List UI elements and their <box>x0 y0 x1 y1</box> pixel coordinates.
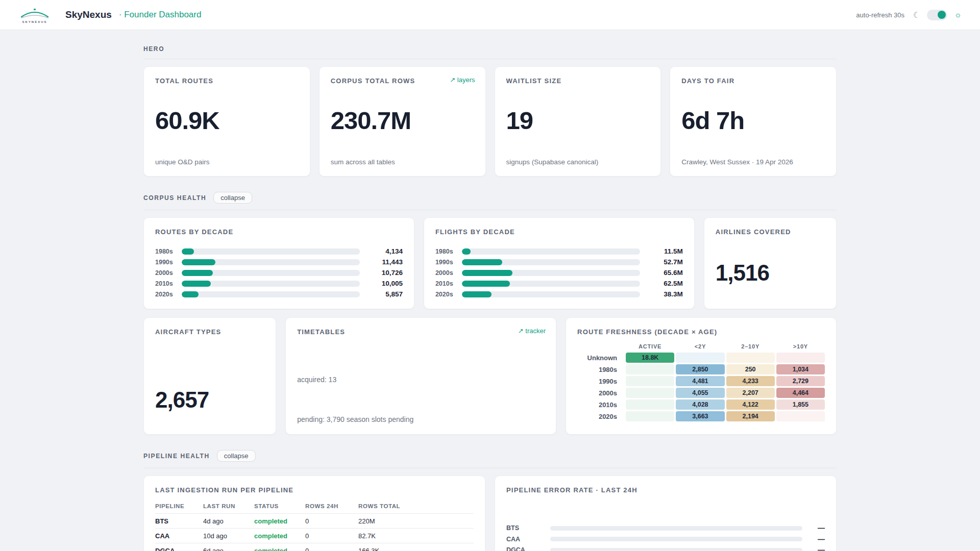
status-cell: completed <box>254 532 305 540</box>
routes-by-decade-bars: 1980s4,1341990s11,4432000s10,7262010s10,… <box>155 248 403 302</box>
heatmap-cell: 2,207 <box>726 388 775 398</box>
total-routes-value: 60.9K <box>155 106 299 135</box>
table-row: BTS4d agocompleted0220M <box>155 513 474 528</box>
bar-value-label: 11.5M <box>640 247 683 255</box>
aircraft-types-card: AIRCRAFT TYPES 2,657 <box>143 317 276 435</box>
card-title: DAYS TO FAIR <box>681 77 825 85</box>
table-column-header: ROWS 24H <box>305 503 358 509</box>
corpus-collapse-button[interactable]: collapse <box>213 192 252 204</box>
table-header-row: PIPELINELAST RUNSTATUSROWS 24HROWS TOTAL <box>155 500 474 513</box>
table-title: LAST INGESTION RUN PER PIPELINE <box>155 486 474 494</box>
bar-category-label: 1980s <box>155 248 182 255</box>
bar-fill <box>462 281 510 287</box>
error-rate-pipeline-label: BTS <box>506 524 550 532</box>
heatmap-cell: 18.8K <box>626 353 674 363</box>
pipeline-name-cell: CAA <box>155 532 203 540</box>
bar-track <box>182 259 360 265</box>
status-cell: completed <box>254 547 305 551</box>
pipeline-error-rate-card: PIPELINE ERROR RATE · LAST 24H BTS—CAA—D… <box>495 475 837 551</box>
heatmap-cell: 4,233 <box>726 376 775 386</box>
brand-name: SkyNexus <box>65 9 112 20</box>
bar-value-label: 62.5M <box>640 280 683 287</box>
bar-value-label: 11,443 <box>360 258 403 266</box>
logo-wordmark: SKYNEXUS <box>22 20 47 23</box>
status-cell: completed <box>254 517 305 525</box>
rows-total-cell: 220M <box>358 517 474 525</box>
table-row: CAA10d agocompleted082.7K <box>155 528 474 543</box>
table-row: DGCA6d agocompleted0166.3K <box>155 543 474 551</box>
chart-title: ROUTES BY DECADE <box>155 228 403 236</box>
bar-row: 1990s52.7M <box>435 259 683 265</box>
heatmap-cell <box>626 388 674 398</box>
layers-link[interactable]: ↗ layers <box>450 76 475 84</box>
pipeline-collapse-button[interactable]: collapse <box>217 450 256 462</box>
error-rate-row: CAA— <box>506 537 825 542</box>
bar-track <box>462 270 640 276</box>
tracker-link[interactable]: ↗ tracker <box>518 327 546 335</box>
airlines-covered-card: AIRLINES COVERED 1,516 <box>704 217 837 309</box>
theme-toggle[interactable] <box>927 10 947 20</box>
heatmap-cell <box>626 411 674 421</box>
bar-value-label: 10,726 <box>360 269 403 277</box>
routes-by-decade-card: ROUTES BY DECADE 1980s4,1341990s11,44320… <box>143 217 414 309</box>
theme-toggle-knob <box>938 11 946 19</box>
heatmap-cell: 1,855 <box>776 399 825 410</box>
corpus-total-rows-card: CORPUS TOTAL ROWS ↗ layers 230.7M sum ac… <box>319 66 486 177</box>
heatmap-cell <box>776 411 825 421</box>
bar-category-label: 2010s <box>155 280 182 287</box>
heatmap-header-row: ACTIVE<2Y2–10Y>10Y <box>577 342 825 351</box>
heatmap-cell: 4,464 <box>776 388 825 398</box>
bar-track <box>462 248 640 255</box>
heatmap-row-label: 1980s <box>577 366 624 373</box>
route-freshness-heatmap: ACTIVE<2Y2–10Y>10YUnknown18.8K1980s2,850… <box>577 342 825 423</box>
bar-row: 1980s11.5M <box>435 248 683 255</box>
waitlist-size-value: 19 <box>506 106 650 135</box>
heatmap-cell <box>726 353 775 363</box>
heatmap-cell: 4,028 <box>676 399 724 410</box>
heatmap-row-label: 1990s <box>577 378 624 385</box>
bar-category-label: 2010s <box>435 280 462 287</box>
bar-row: 2010s62.5M <box>435 280 683 287</box>
table-column-header: LAST RUN <box>203 503 254 509</box>
card-title: TOTAL ROUTES <box>155 77 299 85</box>
bar-track <box>462 259 640 265</box>
bar-fill <box>462 270 512 276</box>
bar-value-label: 10,005 <box>360 280 403 287</box>
rows-24h-cell: 0 <box>305 532 358 540</box>
error-rate-value: — <box>802 524 825 532</box>
heatmap-column-header: ACTIVE <box>626 342 674 351</box>
card-subtitle: signups (Supabase canonical) <box>506 158 650 166</box>
heatmap-column-header: <2Y <box>676 342 724 351</box>
heatmap-cell: 4,122 <box>726 399 775 410</box>
timetables-acquired: acquired: 13 <box>297 375 545 384</box>
bar-row: 2000s65.6M <box>435 269 683 276</box>
top-bar: SKYNEXUS SkyNexus · Founder Dashboard au… <box>0 0 980 30</box>
rows-total-cell: 166.3K <box>358 547 474 551</box>
heatmap-cell <box>626 399 674 410</box>
heatmap-cell: 4,055 <box>676 388 724 398</box>
bar-row: 1990s11,443 <box>155 259 403 265</box>
heatmap-row-label: 2000s <box>577 389 624 397</box>
ingestion-table: PIPELINELAST RUNSTATUSROWS 24HROWS TOTAL… <box>155 500 474 551</box>
heatmap-cell <box>776 353 825 363</box>
bar-fill <box>182 291 199 297</box>
bar-fill <box>182 281 211 287</box>
bar-row: 2010s10,005 <box>155 280 403 287</box>
rows-total-cell: 82.7K <box>358 532 474 540</box>
error-rate-pipeline-label: DGCA <box>506 546 550 551</box>
last-run-cell: 4d ago <box>203 517 254 525</box>
pipeline-name-cell: BTS <box>155 517 203 525</box>
heatmap-cell: 4,481 <box>676 376 724 386</box>
section-divider <box>143 210 837 210</box>
page-title: · Founder Dashboard <box>119 10 202 20</box>
moon-icon: ☾ <box>913 10 920 20</box>
heatmap-row-label: 2010s <box>577 401 624 409</box>
bar-category-label: 2000s <box>155 269 182 277</box>
timetables-card: TIMETABLES ↗ tracker acquired: 13 pendin… <box>285 317 556 435</box>
bar-track <box>182 291 360 297</box>
heatmap-row: 2010s4,0284,1221,855 <box>577 399 825 410</box>
bar-value-label: 52.7M <box>640 258 683 266</box>
card-title: AIRCRAFT TYPES <box>155 328 264 336</box>
pipeline-name-cell: DGCA <box>155 547 203 551</box>
airlines-covered-value: 1,516 <box>716 260 825 286</box>
